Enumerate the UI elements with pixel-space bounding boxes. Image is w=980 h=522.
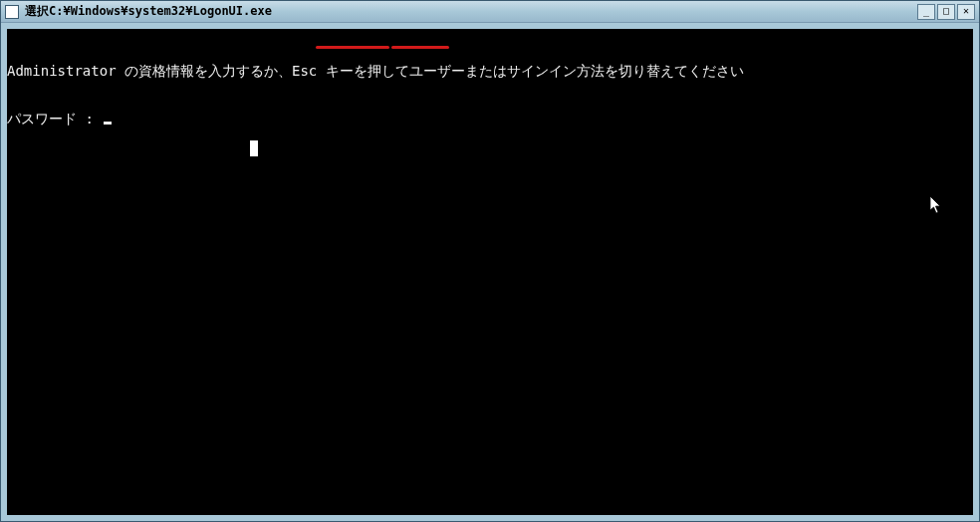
titlebar[interactable]: 選択C:¥Windows¥system32¥LogonUI.exe _ □ ✕ bbox=[1, 1, 979, 23]
console-window: 選択C:¥Windows¥system32¥LogonUI.exe _ □ ✕ … bbox=[0, 0, 980, 522]
prompt-line-1: Administrator の資格情報を入力するか、Esc キーを押してユーザー… bbox=[7, 63, 973, 79]
window-controls: _ □ ✕ bbox=[917, 4, 975, 20]
mouse-cursor-icon bbox=[930, 196, 942, 214]
selection-block bbox=[250, 140, 258, 156]
client-frame: Administrator の資格情報を入力するか、Esc キーを押してユーザー… bbox=[1, 23, 979, 521]
password-prompt: パスワード : bbox=[7, 111, 973, 127]
app-icon bbox=[5, 5, 19, 19]
window-title: 選択C:¥Windows¥system32¥LogonUI.exe bbox=[25, 3, 917, 20]
annotation-underline bbox=[316, 46, 389, 49]
minimize-button[interactable]: _ bbox=[917, 4, 935, 20]
annotation-underline bbox=[391, 46, 449, 49]
maximize-button[interactable]: □ bbox=[937, 4, 955, 20]
text-cursor bbox=[104, 122, 112, 125]
close-button[interactable]: ✕ bbox=[957, 4, 975, 20]
password-label: パスワード : bbox=[7, 111, 102, 127]
terminal[interactable]: Administrator の資格情報を入力するか、Esc キーを押してユーザー… bbox=[7, 29, 973, 515]
